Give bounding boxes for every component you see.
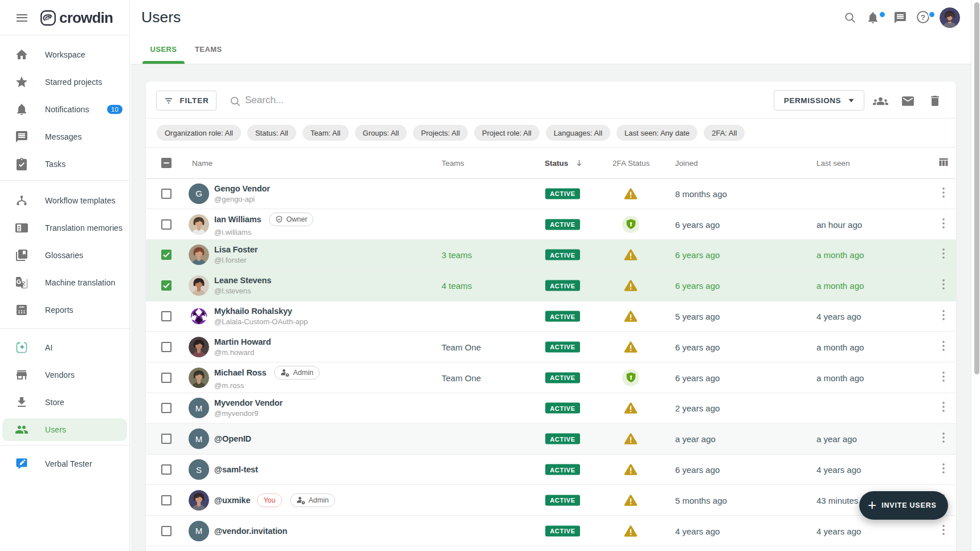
svg-text:?: ? — [921, 13, 925, 22]
